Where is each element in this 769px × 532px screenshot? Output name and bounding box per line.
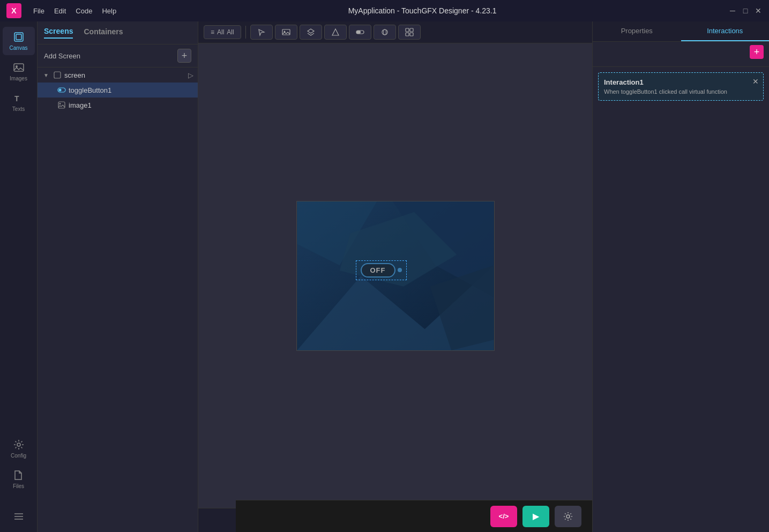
svg-rect-24 [406,33,409,36]
add-screen-row: Add Screen + [38,44,198,68]
tree-item-togglebutton1[interactable]: toggleButton1 [38,83,198,98]
canvas-background: OFF [296,201,495,351]
add-screen-label: Add Screen [44,52,80,60]
sidebar-label-texts: Texts [12,106,25,112]
canvas-area: ≡ All All [198,21,592,532]
interaction-close-button[interactable]: ✕ [752,77,759,86]
tab-screens[interactable]: Screens [44,27,73,39]
sidebar-item-menu[interactable] [3,506,35,527]
layers-icon [307,28,315,36]
close-button[interactable]: ✕ [754,6,763,15]
svg-rect-12 [58,102,65,108]
toolbar-image-icon [282,28,290,36]
hamburger-icon [13,511,25,522]
toolbar-3d-button[interactable] [374,25,396,40]
gear-icon [563,512,573,521]
right-panel: Properties Interactions + ✕ Interaction1… [592,21,769,532]
tree-item-screen[interactable]: ▼ screen ▷ [38,68,198,83]
menu-code[interactable]: Code [76,7,92,15]
menu-file[interactable]: File [33,7,44,15]
toggle-off-label: OFF [361,263,395,278]
canvas-toolbar: ≡ All All [198,21,592,43]
interaction-card-1: ✕ Interaction1 When toggleButton1 clicke… [598,72,764,101]
toolbar-layers-button[interactable] [300,25,322,40]
toggle-icon [57,85,66,95]
sidebar-item-images[interactable]: Images [3,57,35,86]
tab-containers[interactable]: Containers [84,27,123,38]
screen-arrow: ▷ [188,71,193,79]
progress-icon [356,28,364,36]
svg-point-21 [383,29,386,35]
tab-interactions[interactable]: Interactions [681,21,770,41]
3d-icon [380,28,389,36]
left-panel: Screens Containers Add Screen + ▼ screen… [38,21,198,532]
app-title: MyApplication - TouchGFX Designer - 4.23… [116,6,728,15]
images-icon [13,62,25,73]
sidebar-item-canvas[interactable]: Canvas [3,27,35,55]
sidebar-item-files[interactable]: Files [3,465,35,493]
svg-rect-22 [406,28,409,32]
sidebar-item-texts[interactable]: T Texts [3,88,35,116]
config-icon [13,439,25,451]
toolbar-images-button[interactable] [275,25,297,40]
canvas-viewport: OFF Interaction1 Trigger Button is click… [198,43,592,508]
svg-point-11 [59,89,62,92]
bottom-bar: </> ▶ [236,500,592,532]
window-controls[interactable]: ─ □ ✕ [728,6,763,15]
canvas-icon [13,31,25,43]
toolbar-all-button[interactable]: ≡ All All [204,25,241,39]
texts-icon: T [13,92,25,104]
sidebar-item-config[interactable]: Config [3,434,35,463]
right-panel-content: ✕ Interaction1 When toggleButton1 clicke… [593,67,769,532]
run-button[interactable]: ▶ [522,506,549,527]
tree-item-image1[interactable]: image1 [38,98,198,113]
icon-sidebar: Canvas Images T Texts Config [0,21,38,532]
toggle-button-widget[interactable]: OFF [356,260,407,280]
add-interaction-button[interactable]: + [750,45,764,59]
tab-properties[interactable]: Properties [593,21,681,41]
toolbar-interactions-button[interactable] [250,25,273,40]
right-panel-tabs: Properties Interactions [593,21,769,42]
svg-marker-16 [308,29,314,33]
svg-marker-17 [332,29,339,35]
svg-point-20 [382,29,387,35]
left-panel-header: Screens Containers [38,21,198,44]
main-layout: Canvas Images T Texts Config [0,21,769,532]
code-button[interactable]: </> [490,506,517,527]
containers-icon [405,28,414,36]
checkbox-icon [53,70,62,80]
toolbar-shapes-button[interactable] [324,25,347,40]
menu-edit[interactable]: Edit [54,7,66,15]
svg-rect-9 [54,72,61,78]
expand-icon: ▼ [42,71,50,79]
image-icon [57,100,66,110]
sidebar-label-config: Config [11,453,26,459]
app-logo: X [6,3,21,18]
interactions-icon [257,28,266,36]
togglebutton1-label: toggleButton1 [69,86,111,94]
screen-label: screen [64,71,85,79]
interaction-card-title: Interaction1 [604,78,758,86]
menu-help[interactable]: Help [102,7,116,15]
right-panel-header: + [593,42,769,67]
all-icon: ≡ [211,28,214,36]
add-screen-button[interactable]: + [177,49,191,63]
sidebar-label-canvas: Canvas [10,45,28,51]
files-icon [13,469,25,481]
titlebar: X File Edit Code Help MyApplication - To… [0,0,769,21]
toolbar-progress-button[interactable] [349,25,371,40]
maximize-button[interactable]: □ [741,6,750,15]
menu-bar[interactable]: File Edit Code Help [33,7,116,15]
image1-label: image1 [69,101,92,109]
svg-rect-1 [16,34,21,40]
sidebar-label-files: Files [13,483,24,489]
shapes-icon [331,28,340,36]
svg-rect-23 [410,28,413,32]
settings-button[interactable] [555,506,581,527]
svg-rect-19 [356,31,361,34]
svg-text:T: T [14,94,19,103]
toolbar-containers-button[interactable] [398,25,421,40]
minimize-button[interactable]: ─ [728,6,737,15]
toggle-dot [398,268,402,272]
svg-point-5 [17,443,20,446]
